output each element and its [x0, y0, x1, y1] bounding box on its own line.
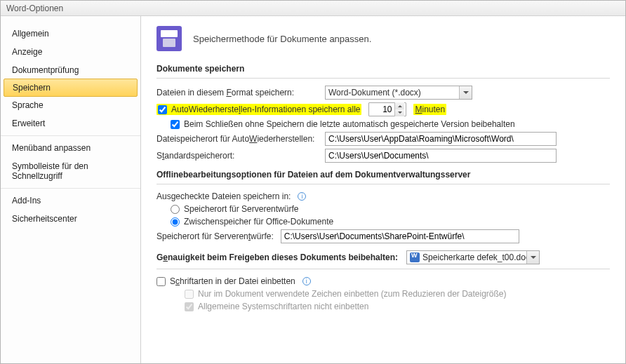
- fidelity-document-combo[interactable]: Speicherkarte defek_t00.docx: [406, 250, 540, 264]
- radio-server-drafts-row[interactable]: Speicherort für Serverentwürfe: [171, 204, 298, 214]
- nav-advanced[interactable]: Erweitert: [1, 114, 140, 133]
- spinner-up-icon[interactable]: [395, 102, 404, 109]
- nav-trust-center[interactable]: Sicherheitscenter: [1, 210, 140, 228]
- minutes-label: Minuten: [413, 104, 446, 115]
- server-drafts-location-input[interactable]: [281, 229, 519, 243]
- chevron-down-icon[interactable]: [526, 251, 539, 264]
- nav-display[interactable]: Anzeige: [1, 43, 140, 61]
- nav-addins[interactable]: Add-Ins: [1, 191, 140, 210]
- nav-quick-access[interactable]: Symbolleiste für den Schnellzugriff: [1, 157, 140, 185]
- keep-last-autosaved-checkbox[interactable]: [171, 120, 180, 129]
- spinner-down-icon[interactable]: [395, 109, 404, 116]
- save-format-combo[interactable]: Word-Dokument (*.docx): [325, 86, 472, 100]
- save-format-label: Dateien in diesem Format speichern:: [156, 88, 318, 97]
- autorecover-minutes-input[interactable]: [371, 105, 394, 114]
- nav-proofing[interactable]: Dokumentprüfung: [1, 61, 140, 79]
- window-title: Word-Optionen: [1, 1, 625, 16]
- embed-subset-checkbox: [185, 290, 194, 299]
- autorecover-minutes-spinner[interactable]: [368, 102, 406, 116]
- fidelity-title: Genauigkeit beim Freigeben dieses Dokume…: [156, 252, 398, 262]
- radio-server-drafts[interactable]: [171, 205, 180, 214]
- options-content: Speichermethode für Dokumente anpassen. …: [141, 16, 625, 363]
- fidelity-document-value: Speicherkarte defek_t00.docx: [422, 252, 534, 262]
- checked-out-label: Ausgecheckte Dateien speichern in:: [156, 191, 291, 201]
- embed-fonts-label: Schriftarten in der Datei einbetten: [170, 276, 295, 286]
- chevron-down-icon[interactable]: [459, 86, 472, 99]
- nav-language[interactable]: Sprache: [1, 96, 140, 114]
- category-sidebar: Allgemein Anzeige Dokumentprüfung Speich…: [1, 16, 141, 363]
- radio-office-cache[interactable]: [171, 217, 180, 227]
- radio-office-cache-label: Zwischenspeicher für Office-Dokumente: [184, 217, 333, 227]
- autorecover-checkbox-row[interactable]: AutoWiederherstellen-Informationen speic…: [156, 104, 361, 115]
- options-dialog: Word-Optionen Allgemein Anzeige Dokument…: [0, 0, 626, 364]
- embed-skip-system-row: Allgemeine Systemschriftarten nicht einb…: [185, 302, 368, 311]
- autorecover-location-label: Dateispeicherort für AutoWiederherstelle…: [156, 134, 318, 144]
- info-icon[interactable]: i: [298, 192, 306, 201]
- embed-skip-system-label: Allgemeine Systemschriftarten nicht einb…: [198, 302, 368, 311]
- radio-office-cache-row[interactable]: Zwischenspeicher für Office-Dokumente: [171, 217, 333, 227]
- embed-skip-system-checkbox: [185, 302, 194, 311]
- save-format-value: Word-Dokument (*.docx): [328, 88, 421, 97]
- autorecover-checkbox[interactable]: [158, 105, 167, 114]
- embed-fonts-row[interactable]: Schriftarten in der Datei einbetten: [156, 276, 295, 286]
- section-save-documents: Dokumente speichern: [156, 61, 610, 79]
- page-subtitle: Speichermethode für Dokumente anpassen.: [193, 34, 371, 44]
- nav-general[interactable]: Allgemein: [1, 25, 140, 43]
- radio-server-drafts-label: Speicherort für Serverentwürfe: [184, 204, 298, 214]
- section-fidelity: Genauigkeit beim Freigeben dieses Dokume…: [156, 248, 610, 269]
- default-location-label: Standardspeicherort:: [156, 151, 318, 161]
- embed-subset-row: Nur im Dokument verwendete Zeichen einbe…: [185, 289, 507, 299]
- nav-save[interactable]: Speichern: [4, 79, 138, 97]
- default-location-input[interactable]: [325, 149, 557, 163]
- keep-last-autosaved-label: Beim Schließen ohne Speichern die letzte…: [184, 119, 515, 129]
- info-icon[interactable]: i: [302, 277, 311, 285]
- section-offline: Offlinebearbeitungsoptionen für Dateien …: [156, 167, 610, 184]
- word-doc-icon: [410, 252, 420, 262]
- server-drafts-location-label: Speicherort für Serverentwürfe:: [156, 231, 274, 241]
- embed-fonts-checkbox[interactable]: [156, 277, 166, 286]
- autorecover-location-input[interactable]: [325, 132, 557, 146]
- nav-customize-ribbon[interactable]: Menüband anpassen: [1, 139, 140, 157]
- embed-subset-label: Nur im Dokument verwendete Zeichen einbe…: [198, 289, 507, 299]
- autorecover-label: AutoWiederherstellen-Informationen speic…: [171, 105, 360, 114]
- save-icon: [156, 26, 182, 51]
- keep-last-autosaved-row[interactable]: Beim Schließen ohne Speichern die letzte…: [171, 119, 515, 129]
